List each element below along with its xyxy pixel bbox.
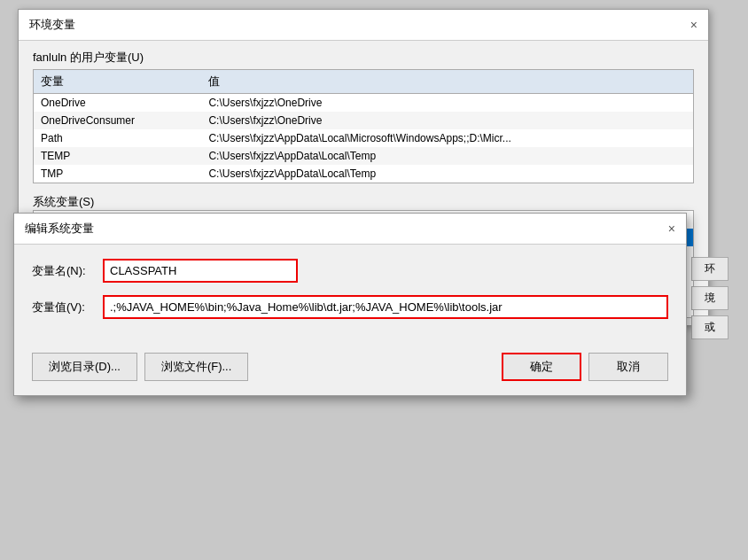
- side-btn-1[interactable]: 环: [691, 257, 729, 281]
- ok-button[interactable]: 确定: [502, 353, 581, 381]
- user-var-name: Path: [34, 129, 201, 147]
- user-var-value: C:\Users\fxjzz\OneDrive: [201, 94, 693, 113]
- browse-dir-button[interactable]: 浏览目录(D)...: [32, 353, 137, 381]
- var-val-label: 变量值(V):: [32, 299, 103, 315]
- edit-dialog-title: 编辑系统变量: [25, 221, 94, 237]
- side-btn-3[interactable]: 或: [691, 315, 729, 339]
- cancel-button[interactable]: 取消: [588, 353, 668, 381]
- user-var-name: OneDrive: [34, 94, 201, 113]
- user-var-value: C:\Users\fxjzz\AppData\Local\Temp: [201, 147, 693, 165]
- side-btn-2[interactable]: 境: [691, 286, 729, 310]
- user-var-value: C:\Users\fxjzz\AppData\Local\Microsoft\W…: [201, 129, 693, 147]
- env-window-title: 环境变量: [29, 17, 75, 33]
- user-table-row[interactable]: OneDriveC:\Users\fxjzz\OneDrive: [34, 94, 693, 113]
- col-var-header: 变量: [34, 70, 201, 94]
- var-name-input[interactable]: [103, 259, 298, 283]
- env-window-titlebar: 环境变量 ×: [19, 10, 708, 41]
- user-section-label: fanluln 的用户变量(U): [19, 41, 708, 69]
- var-val-input[interactable]: [103, 295, 668, 319]
- user-var-name: TEMP: [34, 147, 201, 165]
- var-val-row: 变量值(V):: [32, 295, 668, 319]
- col-val-header: 值: [201, 70, 693, 94]
- user-table-row[interactable]: TEMPC:\Users\fxjzz\AppData\Local\Temp: [34, 147, 693, 165]
- user-var-value: C:\Users\fxjzz\AppData\Local\Temp: [201, 165, 693, 183]
- edit-dialog-titlebar: 编辑系统变量 ×: [14, 214, 686, 245]
- user-var-name: TMP: [34, 165, 201, 183]
- side-buttons-panel: 环 境 或: [691, 257, 729, 339]
- var-name-label: 变量名(N):: [32, 263, 103, 279]
- user-var-name: OneDriveConsumer: [34, 112, 201, 129]
- edit-dialog-close-icon[interactable]: ×: [668, 222, 675, 236]
- user-var-value: C:\Users\fxjzz\OneDrive: [201, 112, 693, 129]
- edit-dialog-buttons: 浏览目录(D)... 浏览文件(F)... 确定 取消: [14, 346, 686, 395]
- browse-file-button[interactable]: 浏览文件(F)...: [144, 353, 248, 381]
- sys-section-label: 系统变量(S): [19, 191, 708, 210]
- user-vars-table: 变量 值 OneDriveC:\Users\fxjzz\OneDriveOneD…: [34, 70, 693, 183]
- edit-system-var-dialog: 编辑系统变量 × 变量名(N): 变量值(V): 浏览目录(D)... 浏览文件…: [13, 213, 687, 396]
- user-table-row[interactable]: OneDriveConsumerC:\Users\fxjzz\OneDrive: [34, 112, 693, 129]
- user-table-row[interactable]: PathC:\Users\fxjzz\AppData\Local\Microso…: [34, 129, 693, 147]
- env-window-close-icon[interactable]: ×: [690, 18, 697, 32]
- edit-dialog-form: 变量名(N): 变量值(V):: [14, 245, 686, 346]
- var-name-row: 变量名(N):: [32, 259, 668, 283]
- user-table-row[interactable]: TMPC:\Users\fxjzz\AppData\Local\Temp: [34, 165, 693, 183]
- user-vars-table-wrapper: 变量 值 OneDriveC:\Users\fxjzz\OneDriveOneD…: [33, 69, 694, 183]
